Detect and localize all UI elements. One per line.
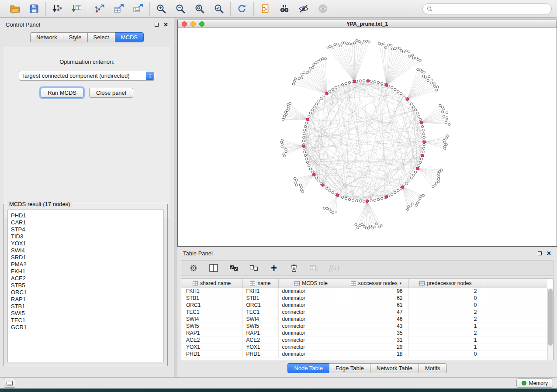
network-hub-node[interactable] [416, 167, 419, 170]
network-leaf-node[interactable] [394, 48, 396, 50]
network-node[interactable] [363, 79, 365, 82]
network-leaf-node[interactable] [415, 204, 417, 206]
network-node[interactable] [421, 125, 423, 127]
network-node[interactable] [414, 109, 416, 111]
network-leaf-node[interactable] [446, 119, 448, 121]
network-leaf-node[interactable] [301, 73, 303, 75]
refresh-icon[interactable] [236, 3, 248, 15]
table-row[interactable]: RAP1RAP1dominator352 [181, 330, 547, 337]
mcds-result-item[interactable]: STB1 [11, 303, 160, 310]
network-leaf-node[interactable] [295, 184, 298, 186]
network-node[interactable] [381, 83, 383, 85]
network-leaf-node[interactable] [436, 86, 439, 88]
network-leaf-node[interactable] [424, 76, 426, 78]
network-leaf-node[interactable] [402, 51, 405, 53]
network-leaf-node[interactable] [284, 147, 286, 149]
network-leaf-node[interactable] [330, 210, 332, 212]
network-leaf-node[interactable] [287, 106, 289, 108]
network-node[interactable] [363, 200, 365, 202]
network-leaf-node[interactable] [419, 60, 421, 62]
network-leaf-node[interactable] [299, 184, 301, 186]
network-hub-node[interactable] [353, 80, 356, 83]
network-node[interactable] [377, 81, 379, 83]
network-leaf-node[interactable] [328, 208, 330, 210]
table-settings-icon[interactable]: ⚙ [188, 263, 199, 273]
network-leaf-node[interactable] [293, 80, 295, 83]
network-leaf-node[interactable] [378, 42, 381, 45]
zoom-in-icon[interactable] [155, 3, 167, 15]
network-leaf-node[interactable] [281, 139, 284, 141]
network-node[interactable] [303, 136, 305, 138]
network-node[interactable] [391, 193, 393, 196]
network-leaf-node[interactable] [445, 144, 447, 146]
search-input[interactable] [435, 6, 547, 12]
network-leaf-node[interactable] [332, 212, 334, 214]
network-node[interactable] [308, 115, 310, 117]
tab-network[interactable]: Network [30, 32, 63, 42]
network-leaf-node[interactable] [313, 63, 315, 65]
network-leaf-node[interactable] [312, 66, 314, 69]
network-leaf-node[interactable] [353, 42, 356, 44]
network-leaf-node[interactable] [411, 203, 413, 205]
table-row[interactable]: FKH1FKH1dominator962 [181, 288, 547, 295]
tab-motifs[interactable]: Motifs [419, 363, 447, 373]
network-node[interactable] [311, 109, 313, 111]
network-leaf-node[interactable] [368, 41, 370, 43]
network-leaf-node[interactable] [384, 46, 387, 48]
network-node[interactable] [420, 158, 422, 160]
network-node[interactable] [419, 161, 421, 163]
network-node[interactable] [374, 81, 376, 83]
network-node[interactable] [332, 191, 334, 193]
mcds-result-item[interactable]: SRD1 [11, 254, 160, 261]
network-leaf-node[interactable] [378, 226, 381, 228]
network-hub-node[interactable] [401, 186, 404, 189]
network-leaf-node[interactable] [446, 112, 448, 114]
network-leaf-node[interactable] [292, 83, 294, 85]
network-canvas[interactable] [178, 28, 557, 246]
column-header-mcds-role[interactable]: MCDS role [302, 280, 328, 286]
network-node[interactable] [370, 199, 372, 202]
network-node[interactable] [318, 180, 320, 182]
table-row[interactable]: YOX1YOX1connector291 [181, 344, 547, 351]
mcds-result-item[interactable]: PHD1 [11, 212, 160, 219]
first-neighbors-icon[interactable] [278, 3, 291, 15]
network-leaf-node[interactable] [431, 79, 433, 81]
network-leaf-node[interactable] [367, 227, 370, 229]
network-node[interactable] [374, 199, 376, 201]
network-leaf-node[interactable] [387, 44, 390, 46]
network-leaf-node[interactable] [346, 43, 348, 45]
network-leaf-node[interactable] [428, 76, 430, 78]
close-panel-icon[interactable]: ✕ [163, 22, 168, 28]
float-table-panel-icon[interactable] [538, 251, 542, 255]
network-leaf-node[interactable] [406, 50, 408, 52]
tab-network-table[interactable]: Network Table [370, 363, 419, 373]
network-node[interactable] [304, 129, 306, 131]
network-node[interactable] [345, 197, 347, 199]
network-leaf-node[interactable] [417, 69, 419, 71]
network-node[interactable] [394, 191, 396, 193]
network-leaf-node[interactable] [351, 43, 353, 45]
zoom-out-icon[interactable] [174, 3, 187, 15]
network-leaf-node[interactable] [440, 169, 443, 171]
network-leaf-node[interactable] [422, 194, 424, 196]
network-leaf-node[interactable] [381, 43, 383, 45]
network-leaf-node[interactable] [332, 46, 334, 48]
close-window-icon[interactable] [182, 21, 187, 27]
mcds-result-list[interactable]: PHD1CAR1STP4TID3YOX1SWI4SRD1PMA2FKH1ACE2… [7, 210, 164, 362]
delete-table-icon[interactable] [309, 263, 319, 273]
table-row[interactable]: SWI5SWI5connector431 [181, 323, 547, 330]
network-leaf-node[interactable] [417, 58, 419, 61]
network-leaf-node[interactable] [446, 137, 448, 139]
network-leaf-node[interactable] [383, 43, 385, 45]
network-node[interactable] [397, 189, 399, 192]
table-row[interactable]: SWI4SWI4dominator462 [181, 316, 547, 323]
deselect-all-columns-icon[interactable] [249, 263, 259, 273]
network-node[interactable] [338, 85, 340, 87]
clone-network-icon[interactable] [259, 3, 271, 15]
column-header-successor-nodes[interactable]: successor nodes [358, 280, 398, 286]
network-node[interactable] [377, 198, 379, 200]
network-leaf-node[interactable] [294, 182, 297, 184]
network-leaf-node[interactable] [433, 83, 435, 85]
network-node[interactable] [308, 165, 310, 167]
network-node[interactable] [412, 174, 415, 176]
